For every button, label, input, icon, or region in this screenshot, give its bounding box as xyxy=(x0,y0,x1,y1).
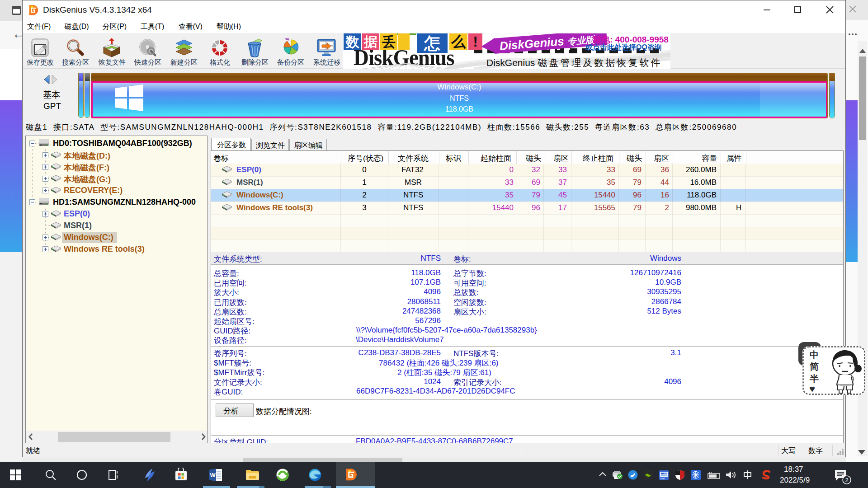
svg-text:2: 2 xyxy=(845,477,849,483)
svg-text:W: W xyxy=(210,472,216,479)
svg-text:intel: intel xyxy=(660,477,665,480)
